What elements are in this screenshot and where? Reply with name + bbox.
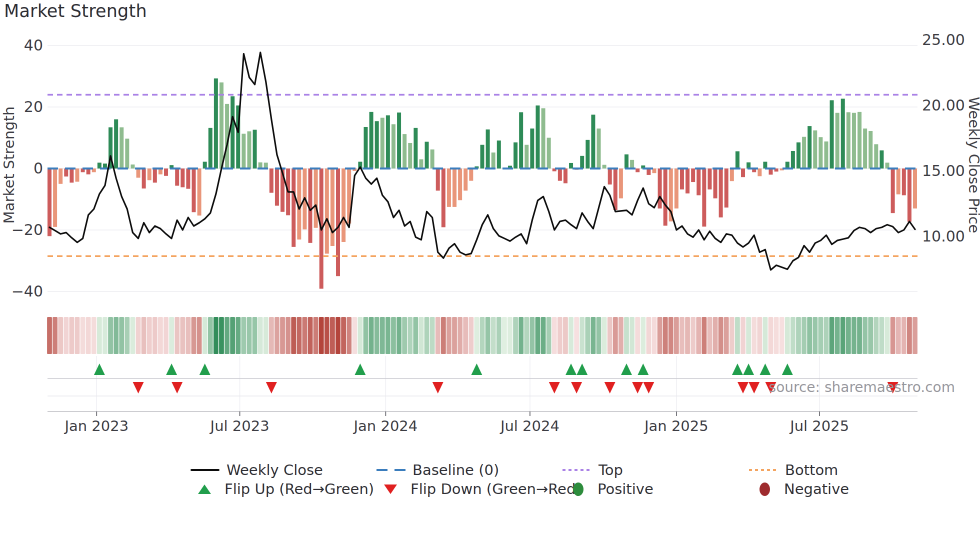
heatmap-cell <box>192 317 196 354</box>
strength-bar <box>314 168 318 228</box>
heatmap-cell <box>130 317 136 354</box>
strength-bar <box>214 78 218 168</box>
heatmap-cell <box>402 317 407 354</box>
heatmap-cell <box>97 317 102 354</box>
heatmap-cell <box>680 317 684 354</box>
strength-bar <box>114 120 118 168</box>
strength-bar <box>808 126 812 168</box>
heatmap-cell <box>119 317 124 354</box>
heatmap-cell <box>763 317 768 354</box>
strength-bar <box>270 168 274 193</box>
y-axis-tick-label: 0 <box>34 160 43 177</box>
flip-down-marker <box>643 382 654 394</box>
heatmap-cell <box>69 317 74 354</box>
strength-bar <box>442 168 446 227</box>
strength-bar <box>891 168 895 213</box>
heatmap-cell <box>430 317 435 354</box>
source-attribution: source: sharemaestro.com <box>769 379 955 396</box>
heatmap-cell <box>658 317 662 354</box>
heatmap-cell <box>52 317 58 354</box>
flip-up-triangle-icon <box>198 484 211 494</box>
strength-bar <box>691 168 695 182</box>
flip-up-marker <box>732 364 743 375</box>
heatmap-cell <box>114 317 118 354</box>
strength-bar <box>591 114 595 168</box>
strength-bar <box>836 113 840 168</box>
flip-down-marker <box>266 382 277 394</box>
heatmap-cell <box>802 317 806 354</box>
heatmap-cell <box>568 317 574 354</box>
legend-item-negative: Negative <box>760 480 849 498</box>
heatmap-cell <box>874 317 878 354</box>
strength-bar <box>514 142 518 168</box>
flip-down-marker <box>432 382 444 394</box>
heatmap-cell <box>124 317 130 354</box>
heatmap-cell <box>208 317 213 354</box>
heatmap-cell <box>280 317 285 354</box>
strength-bar <box>230 96 234 168</box>
strength-bar <box>824 142 828 168</box>
heatmap-cell <box>463 317 468 354</box>
heatmap-cell <box>780 317 784 354</box>
strength-bar <box>370 112 374 168</box>
strength-bar <box>818 137 822 168</box>
strength-bar <box>730 168 734 181</box>
legend-label: Weekly Close <box>226 462 323 478</box>
heatmap-cell <box>596 317 602 354</box>
heatmap-cell <box>436 317 440 354</box>
heatmap-cell <box>885 317 890 354</box>
heatmap-cell <box>663 317 668 354</box>
strength-bar <box>542 108 546 168</box>
heatmap-cell <box>364 317 368 354</box>
baseline-dash-swatch-icon <box>376 469 406 471</box>
strength-bar <box>608 168 612 184</box>
heatmap-cell <box>80 317 86 354</box>
heatmap-cell <box>730 317 734 354</box>
strength-bar <box>863 128 867 168</box>
legend-item-baseline: Baseline (0) <box>376 461 499 479</box>
heatmap-cell <box>269 317 274 354</box>
flip-down-marker <box>604 382 616 394</box>
strength-bar <box>436 168 440 190</box>
strength-bar <box>186 168 190 189</box>
heatmap-cell <box>336 317 340 354</box>
strength-bar <box>614 168 618 210</box>
heatmap-cell <box>518 317 524 354</box>
strength-bar <box>624 154 628 168</box>
heatmap-cell <box>224 317 230 354</box>
strength-bar <box>48 168 52 236</box>
top-dotted-swatch-icon <box>562 469 592 471</box>
heatmap-cell <box>408 317 412 354</box>
strength-bar <box>58 168 62 184</box>
heatmap-cell <box>635 317 640 354</box>
market-strength-figure: 40200−20−4025.0020.0015.0010.00Market St… <box>0 0 980 551</box>
strength-bar <box>136 168 140 178</box>
strength-bar <box>325 168 329 254</box>
x-axis-tick-label: Jul 2025 <box>789 418 849 434</box>
heatmap-cell <box>47 317 52 354</box>
heatmap-cell <box>508 317 512 354</box>
heatmap-cell <box>602 317 607 354</box>
heatmap-cell <box>668 317 674 354</box>
strength-bar <box>64 168 68 176</box>
heatmap-cell <box>308 317 313 354</box>
strength-bar <box>536 106 540 168</box>
strength-bar <box>425 142 429 168</box>
strength-bar <box>53 168 57 227</box>
strength-bar <box>408 143 412 168</box>
heatmap-cell <box>291 317 296 354</box>
heatmap-cell <box>880 317 884 354</box>
heatmap-cell <box>419 317 424 354</box>
strength-bar <box>547 138 551 169</box>
heatmap-cell <box>630 317 634 354</box>
strength-bar <box>130 164 134 168</box>
heatmap-cell <box>236 317 240 354</box>
heatmap-cell <box>214 317 218 354</box>
strength-bar <box>375 121 379 168</box>
heatmap-cell <box>202 317 208 354</box>
flip-down-marker <box>172 382 182 394</box>
legend-label: Bottom <box>785 462 838 478</box>
heatmap-cell <box>452 317 457 354</box>
strength-bar <box>452 168 456 207</box>
heatmap-cell <box>785 317 790 354</box>
